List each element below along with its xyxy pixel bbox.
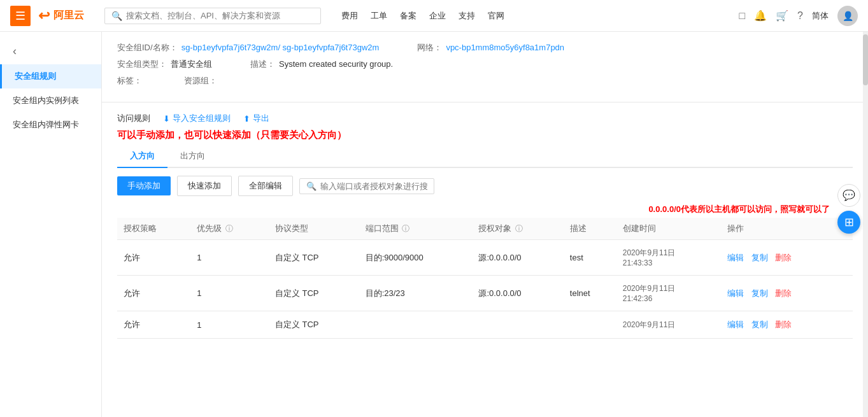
- row2-auth-object: 源:0.0.0.0/0: [472, 276, 563, 311]
- avatar[interactable]: 👤: [837, 6, 858, 26]
- scrollbar-thumb[interactable]: [863, 34, 868, 85]
- table-row: 允许 1 自定义 TCP 目的:9000/9000 源:0.0.0.0/0 te…: [117, 240, 853, 276]
- quick-add-button[interactable]: 快速添加: [177, 176, 232, 196]
- row2-protocol: 自定义 TCP: [269, 276, 359, 311]
- table-search-icon: 🔍: [306, 181, 317, 191]
- th-auth-object: 授权对象 ⓘ: [472, 218, 563, 240]
- row1-port-range: 目的:9000/9000: [359, 240, 473, 276]
- row3-copy-button[interactable]: 复制: [751, 320, 768, 329]
- th-port-range: 端口范围 ⓘ: [359, 218, 473, 240]
- access-policy-label: 访问规则: [117, 113, 150, 124]
- logo[interactable]: ↩ 阿里云: [38, 8, 84, 24]
- import-rules-link[interactable]: ⬇ 导入安全组规则: [163, 113, 231, 124]
- table-search-input[interactable]: [320, 181, 427, 191]
- type-label: 安全组类型：: [117, 59, 167, 70]
- nav-link-official[interactable]: 官网: [488, 10, 504, 22]
- row3-edit-button[interactable]: 编辑: [727, 320, 744, 329]
- row1-copy-button[interactable]: 复制: [751, 253, 768, 262]
- row3-protocol: 自定义 TCP: [269, 311, 359, 339]
- back-icon: ‹: [13, 45, 17, 58]
- search-icon: 🔍: [111, 11, 122, 21]
- row1-description: test: [564, 240, 616, 276]
- nav-link-fee[interactable]: 费用: [341, 10, 358, 22]
- network-label: 网络：: [417, 42, 442, 53]
- nav-link-support[interactable]: 支持: [459, 10, 475, 22]
- table-search-box[interactable]: 🔍: [299, 178, 434, 194]
- network-value[interactable]: vpc-bp1mm8mo5y6yf8a1m7pdn: [446, 43, 564, 52]
- row3-port-range: [359, 311, 473, 339]
- sidebar-item-elastic-nic[interactable]: 安全组内弹性网卡: [0, 113, 101, 137]
- edit-all-button[interactable]: 全部编辑: [238, 176, 293, 196]
- row1-edit-button[interactable]: 编辑: [727, 253, 744, 262]
- sidebar: ‹ 安全组规则 安全组内实例列表 安全组内弹性网卡: [0, 32, 102, 417]
- th-priority: 优先级 ⓘ: [190, 218, 269, 240]
- security-group-id-value[interactable]: sg-bp1eyfvpfa7j6t73gw2m/ sg-bp1eyfvpfa7j…: [181, 43, 380, 52]
- hamburger-icon: ☰: [15, 9, 25, 23]
- priority-info-icon: ⓘ: [225, 224, 233, 233]
- export-link[interactable]: ⬆ 导出: [243, 113, 269, 124]
- row1-auth-object: 源:0.0.0.0/0: [472, 240, 563, 276]
- language-button[interactable]: 简体: [812, 10, 829, 22]
- row2-delete-button[interactable]: 删除: [775, 288, 792, 298]
- annotation-main-text: 可以手动添加，也可以快速添加（只需要关心入方向）: [117, 129, 853, 141]
- nav-icon-group: □ 🔔 🛒 ? 简体 👤: [739, 6, 858, 26]
- table-header: 授权策略 优先级 ⓘ 协议类型 端口范围 ⓘ: [117, 218, 853, 240]
- row3-auth-object: [472, 311, 563, 339]
- row3-policy: 允许: [117, 311, 190, 339]
- auth-info-icon: ⓘ: [515, 224, 523, 233]
- row3-description: [564, 311, 616, 339]
- scrollbar[interactable]: [863, 32, 868, 417]
- row2-policy: 允许: [117, 276, 190, 311]
- top-nav: ☰ ↩ 阿里云 🔍 费用 工单 备案 企业 支持 官网 □ 🔔 🛒 ? 简体 👤: [0, 0, 868, 32]
- hamburger-button[interactable]: ☰: [10, 6, 31, 26]
- table-container: 授权策略 优先级 ⓘ 协议类型 端口范围 ⓘ: [102, 218, 868, 339]
- row1-policy: 允许: [117, 240, 190, 276]
- table-row: 允许 1 自定义 TCP 目的:23/23 源:0.0.0.0/0 telnet…: [117, 276, 853, 311]
- th-policy: 授权策略: [117, 218, 190, 240]
- network-item: 网络： vpc-bp1mm8mo5y6yf8a1m7pdn: [417, 42, 564, 53]
- manual-add-button[interactable]: 手动添加: [117, 176, 171, 195]
- desc-item: 描述： System created security group.: [250, 59, 393, 70]
- nav-link-icp[interactable]: 备案: [400, 10, 416, 22]
- desc-value: System created security group.: [279, 59, 393, 69]
- resource-label: 资源组：: [184, 75, 217, 87]
- sidebar-back-button[interactable]: ‹: [0, 38, 101, 64]
- row1-delete-button[interactable]: 删除: [775, 253, 792, 262]
- info-section: 安全组ID/名称： sg-bp1eyfvpfa7j6t73gw2m/ sg-bp…: [102, 32, 868, 102]
- sidebar-item-instance-list[interactable]: 安全组内实例列表: [0, 88, 101, 113]
- nav-link-enterprise[interactable]: 企业: [429, 10, 446, 22]
- row2-priority: 1: [190, 276, 269, 311]
- desc-label: 描述：: [250, 59, 275, 70]
- type-item: 安全组类型： 普通安全组: [117, 59, 212, 70]
- table-body: 允许 1 自定义 TCP 目的:9000/9000 源:0.0.0.0/0 te…: [117, 240, 853, 339]
- th-protocol: 协议类型: [269, 218, 359, 240]
- row2-edit-button[interactable]: 编辑: [727, 288, 744, 298]
- row3-delete-button[interactable]: 删除: [775, 320, 792, 329]
- chat-fab-button[interactable]: 💬: [837, 184, 860, 207]
- grid-fab-button[interactable]: ⊞: [837, 211, 860, 234]
- table-row: 允许 1 自定义 TCP 2020年9月11日 编辑 复制 删除: [117, 311, 853, 339]
- tab-outbound[interactable]: 出方向: [167, 145, 218, 168]
- chat-icon: 💬: [843, 189, 855, 201]
- screen-icon[interactable]: □: [739, 10, 745, 22]
- logo-icon: ↩: [38, 8, 50, 24]
- notification-icon[interactable]: 🔔: [754, 10, 767, 22]
- th-description: 描述: [564, 218, 616, 240]
- row2-copy-button[interactable]: 复制: [751, 288, 768, 298]
- rules-table: 授权策略 优先级 ⓘ 协议类型 端口范围 ⓘ: [117, 218, 853, 339]
- nav-search-input[interactable]: [126, 11, 314, 20]
- info-row-3: 标签： 资源组：: [117, 75, 853, 87]
- help-icon[interactable]: ?: [797, 10, 803, 22]
- nav-search-box[interactable]: 🔍: [104, 8, 321, 24]
- download-icon: ⬇: [163, 114, 170, 124]
- row3-priority: 1: [190, 311, 269, 339]
- main-content: 安全组ID/名称： sg-bp1eyfvpfa7j6t73gw2m/ sg-bp…: [102, 32, 868, 417]
- row3-create-time: 2020年9月11日: [616, 311, 721, 339]
- tab-inbound[interactable]: 入方向: [117, 145, 167, 168]
- row1-protocol: 自定义 TCP: [269, 240, 359, 276]
- main-layout: ‹ 安全组规则 安全组内实例列表 安全组内弹性网卡 安全组ID/名称： sg-b…: [0, 32, 868, 417]
- resource-item: 资源组：: [184, 75, 221, 87]
- cart-icon[interactable]: 🛒: [776, 10, 788, 22]
- nav-link-ticket[interactable]: 工单: [371, 10, 387, 22]
- sidebar-item-security-rules[interactable]: 安全组规则: [0, 64, 101, 88]
